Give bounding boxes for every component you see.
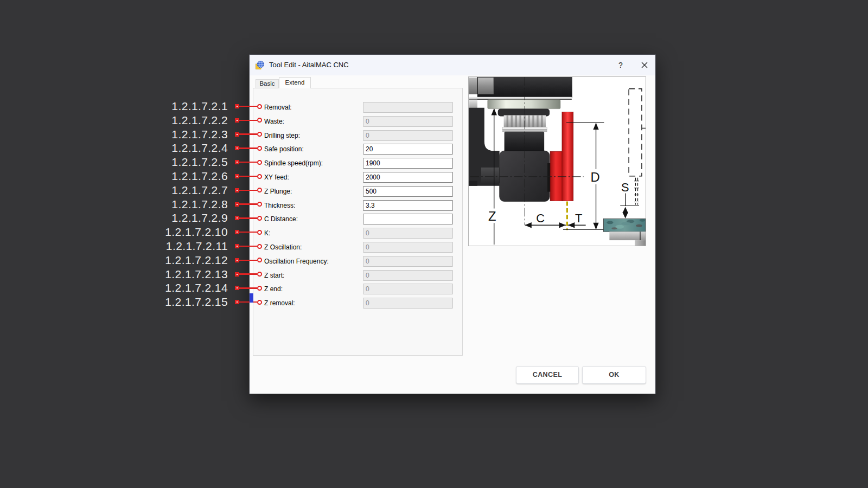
label-c: C [536,211,545,225]
field-label-z-oscillation: Z Oscillation: [264,242,302,253]
form-row-drilling-step: Drilling step: [253,130,462,141]
field-input-c-distance[interactable] [363,214,453,224]
extend-tab-page: Removal:Waste:Drilling step:Safe positio… [253,88,463,356]
annotation-square-marker [235,244,239,248]
form-row-z-removal: Z removal: [253,298,462,309]
annotation-row: 1.2.1.7.2.8 [146,197,262,212]
dialog-title: Tool Edit - AitalMAC CNC [269,55,349,75]
field-label-oscillation-frequency: Oscillation Frequency: [264,256,329,267]
tab-basic[interactable]: Basic [256,79,279,88]
field-label-xy-feed: XY feed: [264,172,289,183]
label-z: Z [488,209,496,223]
annotation-number: 1.2.1.7.2.6 [171,170,228,183]
cancel-button[interactable]: CANCEL [516,366,579,384]
annotation-number: 1.2.1.7.2.12 [165,254,228,267]
annotation-square-marker [235,118,239,123]
annotation-row: 1.2.1.7.2.9 [146,210,262,226]
annotation-square-marker [235,230,239,234]
field-input-thickness[interactable] [363,200,453,211]
annotation-row: 1.2.1.7.2.15 [146,294,262,310]
annotation-number: 1.2.1.7.2.15 [165,296,228,309]
annotation-square-marker [235,132,239,137]
close-button[interactable] [636,55,653,75]
field-label-c-distance: C Distance: [264,214,298,224]
annotation-square-marker [235,300,239,304]
form-row-spindle-speed-rpm: Spindle speed(rpm): [253,158,462,169]
annotation-number: 1.2.1.7.2.1 [171,100,228,113]
field-label-drilling-step: Drilling step: [264,130,300,141]
annotation-row: 1.2.1.7.2.6 [146,169,262,184]
saw-blade-red [562,112,573,201]
close-icon [641,62,648,68]
field-input-z-removal [363,298,453,309]
annotation-square-marker [235,174,239,178]
form-row-k: K: [253,228,462,239]
background-highlight-fragment [250,293,253,303]
form-row-xy-feed: XY feed: [253,172,462,183]
workpiece-illustration [603,219,646,246]
field-label-z-start: Z start: [264,270,284,281]
dialog-titlebar[interactable]: Tool Edit - AitalMAC CNC ? [250,55,655,75]
label-s: S [621,181,629,194]
form-row-waste: Waste: [253,116,462,127]
form-row-z-end: Z end: [253,284,462,294]
annotation-row: 1.2.1.7.2.4 [146,140,262,156]
field-input-k [363,228,453,239]
field-label-z-plunge: Z Plunge: [264,186,292,197]
field-label-z-removal: Z removal: [264,298,295,309]
form-row-oscillation-frequency: Oscillation Frequency: [253,256,462,267]
label-d: D [590,170,599,184]
field-input-waste [363,116,453,127]
annotation-number: 1.2.1.7.2.2 [171,114,228,127]
field-label-spindle-speed-rpm: Spindle speed(rpm): [264,158,323,169]
form-row-c-distance: C Distance: [253,214,462,224]
annotation-square-marker [235,272,239,277]
annotation-row: 1.2.1.7.2.7 [146,183,262,198]
annotation-square-marker [235,286,239,290]
annotation-number: 1.2.1.7.2.14 [165,281,228,294]
spindle-assembly-illustration [469,77,573,230]
tool-diagram: Z C T D S [468,76,646,246]
annotation-row: 1.2.1.7.2.2 [146,113,262,128]
field-input-xy-feed[interactable] [363,172,453,183]
annotation-number: 1.2.1.7.2.9 [171,211,228,224]
field-input-z-end [363,284,453,294]
annotation-square-marker [235,104,239,108]
field-input-safe-position[interactable] [363,144,453,155]
annotation-number: 1.2.1.7.2.11 [166,240,228,253]
form-row-safe-position: Safe position: [253,144,462,155]
annotation-square-marker [235,216,239,220]
annotation-row: 1.2.1.7.2.10 [146,224,262,240]
field-input-z-plunge[interactable] [363,186,453,197]
annotation-number: 1.2.1.7.2.8 [171,198,228,211]
form-row-z-plunge: Z Plunge: [253,186,462,197]
field-label-z-end: Z end: [264,284,283,294]
tool-edit-dialog: Tool Edit - AitalMAC CNC ? Basic Extend … [249,54,656,394]
annotation-number: 1.2.1.7.2.13 [165,268,228,281]
form-row-removal: Removal: [253,102,462,113]
ghost-tool-dashed-outline [629,89,642,176]
label-t: T [575,211,582,225]
annotation-number: 1.2.1.7.2.7 [171,184,228,197]
annotation-row: 1.2.1.7.2.12 [146,253,262,268]
annotation-number: 1.2.1.7.2.4 [171,142,228,155]
field-input-spindle-speed-rpm[interactable] [363,158,453,169]
field-input-z-start [363,270,453,281]
annotation-number: 1.2.1.7.2.5 [171,156,228,169]
annotation-row: 1.2.1.7.2.14 [146,280,262,296]
annotation-square-marker [235,202,239,207]
saw-hub-red [550,151,563,201]
page-background: { "colors": { "annotation_red": "#e02222… [0,0,868,488]
annotation-number: 1.2.1.7.2.3 [171,128,228,141]
field-label-safe-position: Safe position: [264,144,304,155]
field-input-removal [363,102,453,113]
annotation-row: 1.2.1.7.2.11 [146,239,262,254]
annotation-row: 1.2.1.7.2.3 [146,127,262,142]
help-button[interactable]: ? [612,55,629,75]
ok-button[interactable]: OK [582,366,646,384]
field-input-z-oscillation [363,242,453,253]
tab-extend[interactable]: Extend [279,77,311,88]
field-input-oscillation-frequency [363,256,453,267]
field-label-k: K: [264,228,270,239]
annotation-square-marker [235,160,239,164]
